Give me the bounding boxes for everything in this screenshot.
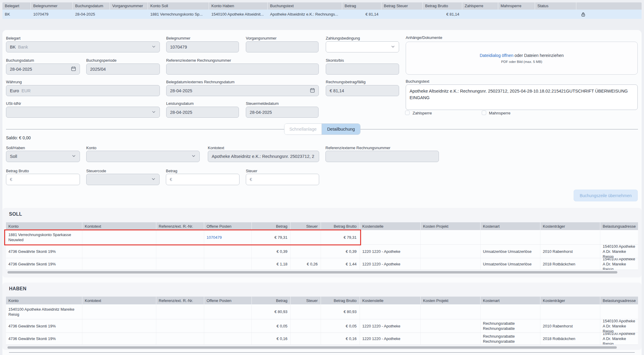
- steuermeldedatum-field[interactable]: 28-04-2025: [246, 107, 319, 118]
- buchungsdatum-field[interactable]: 28-04-2025: [6, 64, 80, 75]
- soll-row-1[interactable]: 1881 Verrechnungskonto Sparkasse Neuwied…: [6, 230, 638, 245]
- col-betrag-brutto: Betrag Brutto: [321, 222, 360, 230]
- cell-referenz: [156, 319, 204, 333]
- calendar-icon[interactable]: [310, 88, 315, 94]
- cell-vorgangsnummer: [110, 10, 148, 19]
- haben-row-2[interactable]: 4736 Gewährte Skonti 19% € 0,05 € 0,05 1…: [6, 319, 638, 333]
- col-betrag-steuer: Betrag Steuer: [381, 2, 423, 10]
- cell-kostenstelle: 1220 1220 - Apotheke: [360, 258, 421, 270]
- cell-kostentraeger: 2010 Rabenhorst: [540, 319, 600, 333]
- belegnummer-field[interactable]: 1070479: [166, 41, 239, 52]
- cell-kostenart: Umsatzerlöse Umsatzerlöse: [481, 258, 540, 270]
- cell-referenz: [156, 333, 204, 345]
- ust-idnr-select[interactable]: [6, 107, 160, 118]
- col-kontotext: Kontotext: [82, 222, 156, 230]
- open-file-dialog-link[interactable]: Dateidialog öffnen: [480, 53, 513, 58]
- cell-betrag: € 80,93: [252, 304, 291, 319]
- cell-referenz: [156, 258, 204, 270]
- betrag-field: [166, 174, 240, 185]
- belegdatum-field[interactable]: 28-04-2025: [166, 85, 319, 96]
- referenz-extern-field[interactable]: [166, 64, 319, 75]
- buchungszeile-uebernehmen-button[interactable]: Buchungszeile übernehmen: [574, 190, 638, 201]
- selected-booking-row[interactable]: BK 1070479 28-04-2025 1881 Verrechnungsk…: [2, 10, 642, 19]
- leistungsdatum-field[interactable]: 28-04-2025: [166, 107, 239, 118]
- betrag-input[interactable]: [170, 177, 236, 182]
- soll-horizontal-scrollbar[interactable]: [7, 271, 617, 274]
- buchungsperiode-field[interactable]: 2025/04: [86, 64, 160, 75]
- cell-kostenstelle: 1220 1220 - Apotheke: [360, 319, 421, 333]
- belegdatum-value: 28-04-2025: [170, 88, 192, 93]
- kontotext-field[interactable]: Apotheke Altseidnitz e.K.: Rechnungsnr. …: [208, 151, 319, 162]
- cell-betrag: € 0,05: [252, 319, 291, 333]
- cell-konto-haben: 1540100 Apotheke Altseidnit...: [209, 10, 268, 19]
- waehrung-field[interactable]: Euro EUR: [6, 85, 160, 96]
- haben-row-3[interactable]: 4736 Gewährte Skonti 19% € 0,16 € 0,16 1…: [6, 333, 638, 345]
- cell-offene-posten: [204, 333, 252, 345]
- cell-lock: [576, 10, 642, 19]
- konto-label: Konto: [86, 146, 96, 150]
- col-kontotext: Kontotext: [82, 297, 156, 304]
- cell-betrag: € 81,14: [342, 10, 381, 19]
- rechnungsbetrag-field[interactable]: € 81,14: [326, 85, 399, 96]
- haben-horizontal-scrollbar[interactable]: [7, 346, 617, 349]
- cell-kosten-projekt: [421, 304, 481, 319]
- vorgangsnummer-field[interactable]: [246, 41, 319, 52]
- chevron-down-icon: [191, 154, 196, 159]
- col-kostentraeger: Kostenträger: [540, 222, 600, 230]
- zahlungsbedingung-select[interactable]: [326, 41, 399, 52]
- tab-detailbuchung[interactable]: Detailbuchung: [322, 124, 360, 135]
- skonto-bis-field[interactable]: [326, 64, 399, 75]
- cell-betrag-brutto: € 0,39: [321, 245, 360, 258]
- belegart-select[interactable]: BK Bank: [6, 41, 160, 52]
- cell-kostentraeger: 2018 Rotbäckchen: [540, 333, 600, 345]
- tab-schnellanlage[interactable]: Schnellanlage: [284, 124, 322, 135]
- col-referenz: Referenz/ext. R.-Nr.: [156, 222, 204, 230]
- steuercode-select[interactable]: [86, 174, 160, 185]
- cell-steuer: [291, 319, 321, 333]
- soll-haben-select[interactable]: Soll: [6, 151, 80, 162]
- cell-betrag-brutto: € 0,16: [321, 333, 360, 345]
- rechnungsbetrag-label: Rechnungsbetrag/fällig: [326, 80, 366, 84]
- cell-kostenart: [481, 304, 540, 319]
- betrag-brutto-input[interactable]: [10, 177, 76, 182]
- cell-kosten-projekt: [421, 245, 481, 258]
- cell-kostenart: Rechnungsrabatte Rechnungsrabatte: [481, 333, 540, 345]
- detail-referenz-field[interactable]: [325, 151, 439, 162]
- tab-divider-left: [6, 129, 284, 129]
- buchungstext-textarea[interactable]: Apotheke Altseidnitz e.K.: Rechnungsnr. …: [406, 84, 638, 110]
- offene-posten-link[interactable]: 1070479: [207, 235, 222, 240]
- chevron-down-icon: [151, 44, 156, 50]
- col-empty: [576, 2, 642, 10]
- calendar-icon[interactable]: [71, 66, 76, 72]
- col-mahnsperre: Mahnsperre: [498, 2, 535, 10]
- cell-steuer: [291, 333, 321, 345]
- soll-row-2[interactable]: 4736 Gewährte Skonti 19% € 0,39 € 0,39 1…: [6, 245, 638, 258]
- steuer-input[interactable]: [250, 177, 315, 182]
- col-kostenstelle: Kostenstelle: [360, 297, 421, 304]
- buchungsdatum-label: Buchungsdatum: [6, 58, 34, 63]
- haben-row-1[interactable]: 1540100 Apotheke Altseidnitz Mareike Rei…: [6, 304, 638, 319]
- konto-select[interactable]: [86, 151, 200, 162]
- mahnsperre-checkbox[interactable]: [482, 111, 486, 115]
- file-dropzone[interactable]: Dateidialog öffnen oder Dateien hereinzi…: [406, 42, 638, 75]
- cell-konto: 1540100 Apotheke Altseidnitz Mareike Rei…: [6, 304, 82, 319]
- dropzone-hint: PDF oder Bild (max. 5 MB): [501, 60, 542, 64]
- cell-kontotext: [82, 230, 156, 244]
- col-kostenstelle: Kostenstelle: [360, 222, 421, 230]
- zahlsperre-checkbox[interactable]: [405, 111, 410, 115]
- col-belegart: Belegart: [2, 2, 31, 10]
- cell-belastungsadresse: 1540100 Apotheke A Dr. Mareike Reisig: [600, 319, 638, 333]
- soll-row-3[interactable]: 4736 Gewährte Skonti 19% € 1,18 € 0,26 €…: [6, 258, 638, 270]
- belegdatum-label: Belegdatum/externes Rechnungsdatum: [166, 80, 234, 84]
- cell-kontotext: [82, 245, 156, 258]
- col-belastungsadresse: Belastungsadresse: [600, 222, 638, 230]
- betrag-brutto-field: [6, 174, 80, 185]
- buchungsdatum-value: 28-04-2025: [10, 67, 32, 72]
- belegart-suffix: Bank: [18, 45, 28, 49]
- belegnummer-value: 1070479: [170, 45, 187, 49]
- col-kosten-projekt: Kosten Projekt: [421, 297, 481, 304]
- cell-kostentraeger: 2010 Rabenhorst: [540, 245, 600, 258]
- chevron-down-icon: [151, 177, 156, 182]
- chevron-down-icon: [72, 154, 76, 159]
- buchungstext-label: Buchungstext: [406, 79, 429, 84]
